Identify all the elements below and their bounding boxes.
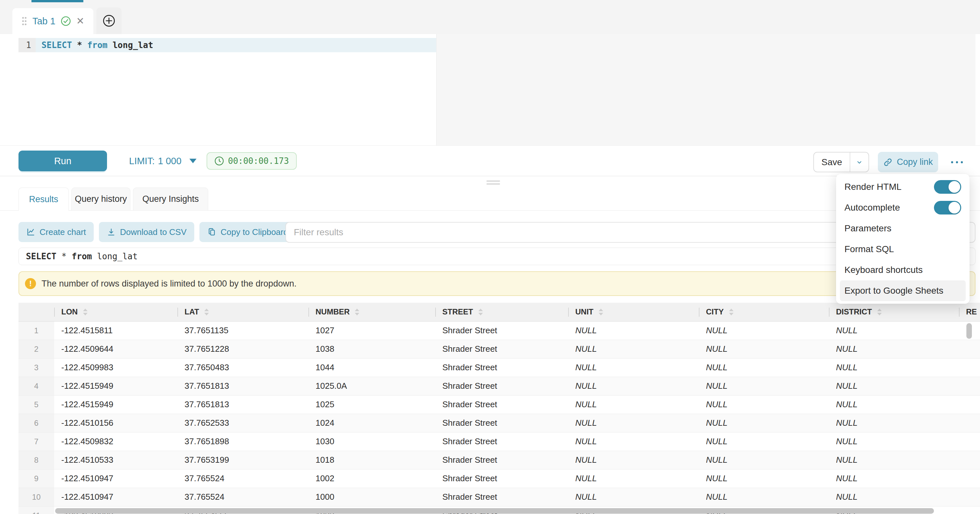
more-options-menu: Render HTML Autocomplete Parameters Form… <box>836 174 970 304</box>
limit-dropdown[interactable]: LIMIT: 1 000 <box>129 150 197 171</box>
cell-street: Shrader Street <box>435 432 568 451</box>
column-header-unit[interactable]: UNIT <box>568 303 699 321</box>
autocomplete-toggle[interactable] <box>934 201 961 214</box>
tab-tab1[interactable]: Tab 1 ✕ <box>12 8 93 34</box>
menu-item-format-sql[interactable]: Format SQL <box>836 239 970 260</box>
active-tab-indicator <box>32 0 83 2</box>
cell-re <box>959 432 980 451</box>
cell-unit: NULL <box>568 451 699 469</box>
table-row: 3 -122.4509983 37.7650483 1044 Shrader S… <box>19 358 980 377</box>
close-icon[interactable]: ✕ <box>76 16 84 26</box>
save-button[interactable]: Save <box>814 153 850 172</box>
cell-number: 1025.0A <box>309 377 435 395</box>
cell-lat: 37.765524 <box>177 488 309 506</box>
menu-item-parameters[interactable]: Parameters <box>836 218 970 239</box>
create-chart-button[interactable]: Create chart <box>19 222 94 242</box>
cell-lat: 37.7652533 <box>177 414 309 432</box>
tab-query-history[interactable]: Query history <box>72 188 130 211</box>
row-number: 11 <box>19 506 54 514</box>
download-csv-button[interactable]: Download to CSV <box>99 222 194 242</box>
row-number: 2 <box>19 340 54 358</box>
column-header-street[interactable]: STREET <box>435 303 568 321</box>
cell-lon: -122.4510947 <box>54 469 177 488</box>
cell-city: NULL <box>699 395 829 414</box>
cell-re <box>959 414 980 432</box>
cell-street: Shrader Street <box>435 451 568 469</box>
cell-number: 1018 <box>309 451 435 469</box>
run-button[interactable]: Run <box>19 150 107 171</box>
cell-city: NULL <box>699 469 829 488</box>
cell-street: Shrader Street <box>435 340 568 358</box>
sort-icon <box>599 309 603 315</box>
tab-results[interactable]: Results <box>19 188 69 211</box>
tab-title: Tab 1 <box>32 16 56 27</box>
add-tab-button[interactable] <box>96 8 122 34</box>
menu-item-export-google-sheets[interactable]: Export to Google Sheets <box>840 280 966 301</box>
cell-number: 1030 <box>309 432 435 451</box>
row-limit-warning: ! The number of rows displayed is limite… <box>19 271 975 296</box>
column-header-lat[interactable]: LAT <box>177 303 309 321</box>
query-timer: 00:00:00.173 <box>207 152 297 170</box>
menu-item-autocomplete[interactable]: Autocomplete <box>836 197 970 218</box>
sort-icon <box>83 309 88 315</box>
code-line[interactable]: SELECT * from long_lat <box>41 38 153 52</box>
cell-district: NULL <box>829 488 959 506</box>
more-options-button[interactable] <box>946 152 968 172</box>
row-number: 9 <box>19 469 54 488</box>
save-split-button: Save <box>813 152 869 172</box>
tab-query-insights[interactable]: Query Insights <box>133 188 208 211</box>
row-number: 6 <box>19 414 54 432</box>
cell-lat: 37.765524 <box>177 469 309 488</box>
copy-link-button[interactable]: Copy link <box>878 152 938 172</box>
exclamation-circle-icon: ! <box>25 278 36 289</box>
cell-number: 1027 <box>309 321 435 340</box>
tab-bar: Tab 1 ✕ <box>0 0 980 34</box>
column-header-city[interactable]: CITY <box>699 303 829 321</box>
vertical-scrollbar[interactable] <box>966 323 972 339</box>
render-html-toggle[interactable] <box>934 180 961 194</box>
table-row: 8 -122.4510533 37.7653199 1018 Shrader S… <box>19 451 980 469</box>
cell-district: NULL <box>829 432 959 451</box>
cell-city: NULL <box>699 432 829 451</box>
cell-street: Shrader Street <box>435 321 568 340</box>
column-header-number[interactable]: NUMBER <box>309 303 435 321</box>
cell-street: Shrader Street <box>435 488 568 506</box>
sort-icon <box>478 309 483 315</box>
copy-clipboard-button[interactable]: Copy to Clipboard <box>199 222 296 242</box>
executed-query-display: SELECT * from long_lat <box>19 247 975 265</box>
row-number: 8 <box>19 451 54 469</box>
cell-number: 1000 <box>309 488 435 506</box>
row-number: 5 <box>19 395 54 414</box>
cell-unit: NULL <box>568 395 699 414</box>
cell-lon: -122.4510533 <box>54 451 177 469</box>
save-options-button[interactable] <box>850 153 869 172</box>
menu-item-render-html[interactable]: Render HTML <box>836 177 970 197</box>
horizontal-scrollbar[interactable] <box>55 508 934 514</box>
pane-resize-handle[interactable] <box>487 180 500 185</box>
cell-re <box>959 506 980 514</box>
cell-unit: NULL <box>568 377 699 395</box>
cell-re <box>959 488 980 506</box>
chevron-down-icon <box>189 159 197 163</box>
table-body: 1 -122.4515811 37.7651135 1027 Shrader S… <box>19 321 980 514</box>
cell-district: NULL <box>829 321 959 340</box>
column-header-district[interactable]: DISTRICT <box>829 303 959 321</box>
cell-lat: 37.7651228 <box>177 340 309 358</box>
cell-unit: NULL <box>568 340 699 358</box>
cell-number: 1024 <box>309 414 435 432</box>
cell-lon: -122.4515949 <box>54 377 177 395</box>
table-row: 7 -122.4509832 37.7651898 1030 Shrader S… <box>19 432 980 451</box>
cell-street: Shrader Street <box>435 395 568 414</box>
cell-lon: -122.4515811 <box>54 321 177 340</box>
editor-background-pane <box>436 34 975 145</box>
query-editor[interactable]: 1 SELECT * from long_lat <box>0 34 980 145</box>
sql-keyword: SELECT <box>41 40 72 50</box>
table-row: 1 -122.4515811 37.7651135 1027 Shrader S… <box>19 321 980 340</box>
column-header-re[interactable]: RE <box>959 303 980 321</box>
cell-city: NULL <box>699 321 829 340</box>
column-header-lon[interactable]: LON <box>54 303 177 321</box>
menu-item-keyboard-shortcuts[interactable]: Keyboard shortcuts <box>836 260 970 280</box>
timer-value: 00:00:00.173 <box>228 156 289 166</box>
cell-district: NULL <box>829 414 959 432</box>
cell-lat: 37.7651813 <box>177 395 309 414</box>
